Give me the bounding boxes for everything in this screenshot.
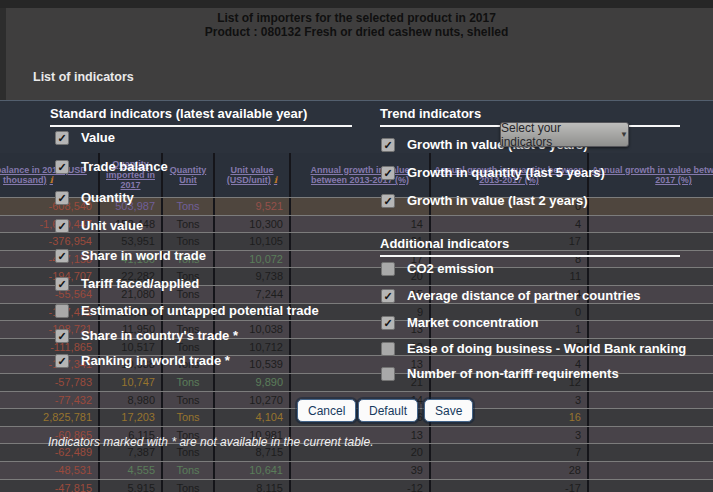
- table-cell: 2,825,781: [0, 409, 100, 426]
- table-cell: Tons: [163, 462, 215, 479]
- indicator-label: Quantity: [81, 190, 134, 205]
- table-cell: 8,115: [215, 480, 291, 492]
- table-cell: [589, 304, 713, 321]
- standard-indicator-item: ✓Ranking in world trade *: [55, 353, 230, 368]
- additional-indicator-item: CO2 emission: [381, 261, 494, 276]
- checkbox-unchecked[interactable]: [381, 367, 395, 381]
- checkbox-checked[interactable]: ✓: [381, 166, 395, 180]
- standard-indicator-item: ✓Trade balance: [55, 159, 168, 174]
- page-title-line1: List of importers for the selected produ…: [0, 11, 713, 25]
- indicator-label: Trade balance: [81, 159, 168, 174]
- column-header-label: Unit value (USD/unit)i: [217, 165, 287, 186]
- table-cell: 4,555: [100, 462, 163, 479]
- checkbox-checked[interactable]: ✓: [55, 249, 69, 263]
- info-icon[interactable]: i: [274, 175, 277, 185]
- table-cell: -48,531: [0, 462, 100, 479]
- table-cell: [589, 409, 713, 426]
- table-row: 2,825,78117,203Tons4,1041616: [0, 408, 713, 426]
- cancel-button[interactable]: Cancel: [297, 399, 356, 422]
- indicator-label: Unit value: [81, 218, 143, 233]
- dropdown-label: Select your indicators: [501, 121, 614, 149]
- indicator-label: Number of non-tariff requirements: [407, 366, 619, 381]
- list-of-indicators-title: List of indicators: [33, 70, 134, 84]
- additional-indicator-item: ✓Average distance of partner countries: [381, 288, 641, 303]
- standard-indicator-item: Estimation of untapped potential trade: [55, 303, 319, 318]
- table-cell: [589, 321, 713, 338]
- indicator-label: Ranking in world trade *: [81, 353, 230, 368]
- table-cell: 10,300: [215, 216, 291, 233]
- table-cell: 28: [431, 462, 589, 479]
- indicator-label: Value: [81, 130, 115, 145]
- indicator-label: Growth in quantity (last 5 years): [407, 165, 605, 180]
- table-cell: 14: [291, 216, 431, 233]
- standard-indicator-item: ✓Share in world trade: [55, 248, 206, 263]
- indicator-label: Tariff faced/applied: [81, 276, 199, 291]
- checkbox-checked[interactable]: ✓: [55, 329, 69, 343]
- indicator-label: Share in world trade: [81, 248, 206, 263]
- table-cell: 7,244: [215, 286, 291, 303]
- table-cell: Tons: [163, 409, 215, 426]
- checkbox-checked[interactable]: ✓: [55, 277, 69, 291]
- table-cell: 10,105: [215, 233, 291, 250]
- standard-indicator-item: ✓Tariff faced/applied: [55, 276, 199, 291]
- table-cell: 9,738: [215, 268, 291, 285]
- column-header-label: Annual growth in value between 2016-2017…: [591, 165, 713, 186]
- table-cell: -47,815: [0, 480, 100, 492]
- indicator-label: Ease of doing business - World Bank rank…: [407, 341, 686, 356]
- additional-indicator-item: Number of non-tariff requirements: [381, 366, 619, 381]
- standard-indicator-item: ✓Value: [55, 130, 115, 145]
- indicator-label: CO2 emission: [407, 261, 494, 276]
- select-your-indicators-dropdown[interactable]: Select your indicators ▼: [500, 122, 629, 147]
- indicator-label: Estimation of untapped potential trade: [81, 303, 319, 318]
- table-cell: 9,521: [215, 198, 291, 215]
- checkbox-unchecked[interactable]: [381, 342, 395, 356]
- chevron-down-icon: ▼: [620, 130, 628, 139]
- checkbox-checked[interactable]: ✓: [381, 316, 395, 330]
- table-cell: -57,783: [0, 374, 100, 391]
- checkbox-checked[interactable]: ✓: [55, 219, 69, 233]
- checkbox-checked[interactable]: ✓: [381, 289, 395, 303]
- top-strip: [0, 0, 713, 8]
- additional-indicator-item: Ease of doing business - World Bank rank…: [381, 341, 686, 356]
- table-cell: 8,980: [100, 392, 163, 409]
- standard-indicator-item: ✓Quantity: [55, 190, 134, 205]
- save-button[interactable]: Save: [424, 399, 473, 422]
- checkbox-checked[interactable]: ✓: [55, 191, 69, 205]
- table-cell: -17: [431, 480, 589, 492]
- table-cell: [589, 392, 713, 409]
- table-cell: 17,203: [100, 409, 163, 426]
- table-cell: [589, 427, 713, 444]
- checkbox-checked[interactable]: ✓: [381, 194, 395, 208]
- checkbox-checked[interactable]: ✓: [381, 138, 395, 152]
- checkbox-checked[interactable]: ✓: [55, 131, 69, 145]
- table-cell: Tons: [163, 480, 215, 492]
- table-cell: 4: [431, 216, 589, 233]
- table-cell: 10,270: [215, 392, 291, 409]
- table-row: -77,4328,980Tons10,270143: [0, 391, 713, 409]
- column-header[interactable]: Quantity Unit: [163, 153, 215, 197]
- standard-indicators-heading: Standard indicators (latest available ye…: [50, 106, 352, 127]
- column-header[interactable]: Unit value (USD/unit)i: [215, 153, 291, 197]
- column-header[interactable]: Annual growth in value between 2016-2017…: [589, 153, 713, 197]
- checkbox-unchecked[interactable]: [381, 262, 395, 276]
- column-header-label: Quantity Unit: [165, 165, 211, 186]
- info-icon[interactable]: i: [50, 175, 53, 185]
- checkbox-checked[interactable]: ✓: [55, 354, 69, 368]
- trend-indicator-item: ✓Growth in value (last 2 years): [381, 193, 588, 208]
- table-cell: 3: [431, 427, 589, 444]
- table-cell: 10,641: [215, 462, 291, 479]
- table-cell: 4,104: [215, 409, 291, 426]
- checkbox-unchecked[interactable]: [55, 304, 69, 318]
- table-row: -48,5314,555Tons10,6413928: [0, 461, 713, 479]
- table-cell: [589, 480, 713, 492]
- checkbox-checked[interactable]: ✓: [55, 160, 69, 174]
- default-button[interactable]: Default: [358, 399, 418, 422]
- table-cell: [589, 462, 713, 479]
- table-cell: 5,915: [100, 480, 163, 492]
- table-cell: 9,890: [215, 374, 291, 391]
- table-cell: [589, 268, 713, 285]
- page: List of importers for the selected produ…: [0, 0, 713, 492]
- standard-indicator-item: ✓Share in country's trade *: [55, 328, 238, 343]
- table-cell: 10,072: [215, 251, 291, 268]
- table-cell: Tons: [163, 198, 215, 215]
